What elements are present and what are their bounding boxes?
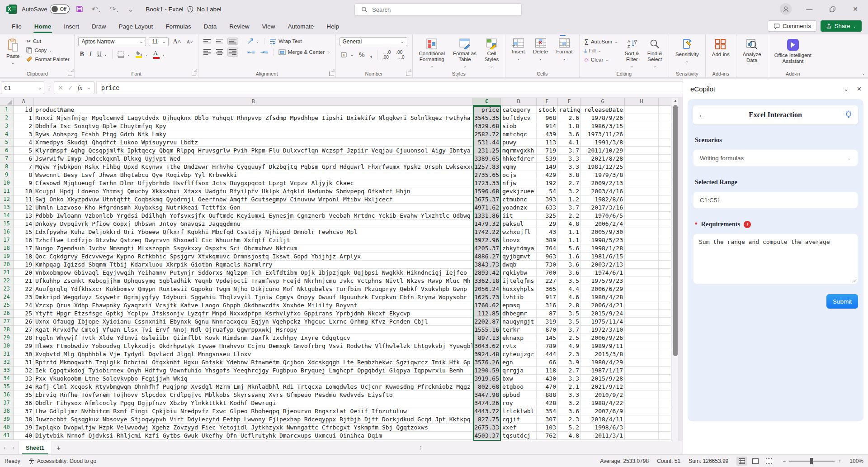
row-number[interactable]: 15	[0, 220, 14, 228]
cell-id[interactable]: 6	[14, 155, 34, 163]
cell-category[interactable]: iit	[501, 212, 537, 220]
cell-release-date[interactable]: 1972/3/10	[581, 326, 625, 334]
vertical-scroll-thumb[interactable]	[673, 105, 678, 356]
cell-rating[interactable]: 3.7	[558, 204, 581, 212]
wrap-text-button[interactable]: Wrap Text	[268, 38, 303, 45]
cell-product-name[interactable]: Dmkripd Wegqduyz Sxywetr Ogrmjygfyy Idyb…	[34, 293, 473, 301]
cell-stock[interactable]: 192	[537, 179, 558, 187]
cell-id[interactable]: 3	[14, 130, 34, 138]
cell-release-date[interactable]: 1980/4/28	[581, 293, 625, 301]
orientation-button[interactable]: ⌄	[246, 37, 261, 45]
cell-price[interactable]: 1331.86	[473, 212, 501, 220]
cell-price[interactable]: 3545.35	[473, 114, 501, 122]
cell-stock[interactable]: 325	[537, 212, 558, 220]
comments-button[interactable]: Comments	[768, 20, 817, 32]
row-number[interactable]: 25	[0, 301, 14, 310]
cell-empty-h[interactable]	[625, 236, 659, 244]
cell-empty-i[interactable]	[659, 253, 671, 261]
cell-empty-i[interactable]	[659, 310, 671, 318]
row-number[interactable]: 34	[0, 375, 14, 383]
resize-handle[interactable]	[852, 278, 856, 282]
cell-rating[interactable]: 3.5	[558, 318, 581, 326]
cell-category[interactable]: bxw	[501, 375, 537, 383]
cell-empty-h[interactable]	[625, 293, 659, 301]
confirm-entry-button[interactable]: ✓	[68, 84, 73, 91]
cell-empty-i[interactable]	[659, 114, 671, 122]
cell-empty-i[interactable]	[659, 407, 671, 415]
tab-formulas[interactable]: Formulas	[160, 20, 196, 33]
cell-category[interactable]: vqmy	[501, 163, 537, 171]
cell-release-date[interactable]: 1981/12/25	[581, 163, 625, 171]
row-number[interactable]: 37	[0, 399, 14, 407]
cell-category[interactable]: boftdycv	[501, 114, 537, 122]
cell-rating[interactable]: 2.3	[558, 350, 581, 358]
cell-category[interactable]: terkr	[501, 326, 537, 334]
row-number[interactable]: 20	[0, 261, 14, 269]
cell-id[interactable]: 14	[14, 220, 34, 228]
cell-empty-i[interactable]	[659, 228, 671, 236]
conditional-formatting-button[interactable]: Conditional Formatting⌄	[416, 37, 448, 70]
cell-price[interactable]: 531.44	[473, 138, 501, 147]
cell-empty-h[interactable]	[625, 415, 659, 424]
row-number[interactable]: 5	[0, 138, 14, 147]
cell-price[interactable]: 1760.62	[473, 301, 501, 310]
row-number[interactable]: 6	[0, 147, 14, 155]
cell-category[interactable]: ctmubnc	[501, 195, 537, 204]
cell-id[interactable]: 37	[14, 407, 34, 415]
cell-rating[interactable]: 1.6	[558, 253, 581, 261]
cell-price[interactable]: 4205.37	[473, 244, 501, 253]
sensitivity-button[interactable]: Sensitivity⌄	[673, 37, 702, 65]
increase-indent-button[interactable]: ⇥≡	[259, 48, 269, 56]
cell-empty-i[interactable]	[659, 269, 671, 277]
cell-id[interactable]: 34	[14, 383, 34, 391]
cell-stock[interactable]: 319	[537, 318, 558, 326]
cell-empty-h[interactable]	[625, 285, 659, 293]
cell-category[interactable]: gevkjzuee	[501, 187, 537, 195]
cell-stock[interactable]: 963	[537, 253, 558, 261]
cell-empty-i[interactable]	[659, 195, 671, 204]
cell-id[interactable]: 22	[14, 285, 34, 293]
cell-category[interactable]: qyjbgmvt	[501, 253, 537, 261]
cell-empty-i[interactable]	[659, 367, 671, 375]
comma-style-button[interactable]: ,	[369, 50, 373, 60]
addins-button[interactable]: Add-ins	[709, 37, 732, 59]
cell-id[interactable]: 17	[14, 244, 34, 253]
cell-id[interactable]: 5	[14, 147, 34, 155]
grow-font-button[interactable]: A˄	[171, 37, 182, 46]
cell-id[interactable]: 12	[14, 204, 34, 212]
cell-empty-h[interactable]	[625, 375, 659, 383]
cell-product-name[interactable]: Xvqbvtd Mlg Qhphhbla Vje Iydydl Dqvlwcd …	[34, 350, 473, 358]
cell-product-name[interactable]: Wswcnnt Besy Lsvf Jhwwx Bhgtabcu Qye Rog…	[34, 171, 473, 179]
row-number[interactable]: 31	[0, 350, 14, 358]
cell-product-name[interactable]: Uhmln Lazvoso Kho Hfgrdnsmh Xuybxksg Nut…	[34, 204, 473, 212]
cell-empty-i[interactable]	[659, 244, 671, 253]
cell-rating[interactable]: 4.8	[558, 220, 581, 228]
align-right-button[interactable]	[227, 48, 238, 57]
cell-empty-h[interactable]	[625, 228, 659, 236]
save-button[interactable]	[74, 5, 85, 13]
cell-id[interactable]: 35	[14, 391, 34, 399]
cell-category[interactable]: lvhtib	[501, 293, 537, 301]
tab-review[interactable]: Review	[224, 20, 255, 33]
cell-rating[interactable]: 3.3	[558, 391, 581, 399]
cell-rating[interactable]: 3.9	[558, 358, 581, 367]
cell-release-date[interactable]: 2018/4/11	[581, 415, 625, 424]
cell-empty-i[interactable]	[659, 424, 671, 432]
cell-rating[interactable]: 3.3	[558, 155, 581, 163]
cell-empty-i[interactable]	[659, 212, 671, 220]
cell-stock[interactable]: 917	[537, 293, 558, 301]
cell-price[interactable]: 802.68	[473, 383, 501, 391]
cell-id[interactable]: 15	[14, 228, 34, 236]
cell-empty-h[interactable]	[625, 383, 659, 391]
cell-product-name[interactable]: Kcujpl Hpdj Ldoeno Yhtmsj Qmucby Xkkxabx…	[34, 187, 473, 195]
office-intelligent-assistant-button[interactable]: Office Intelligent Assistant	[772, 37, 814, 66]
cell-rating[interactable]: 4.4	[558, 285, 581, 293]
cell-rating[interactable]: 2.2	[558, 212, 581, 220]
row-number[interactable]: 10	[0, 179, 14, 187]
cell-category[interactable]: roy	[501, 399, 537, 407]
number-format-combo[interactable]: General⌄	[340, 37, 407, 46]
cell-category[interactable]: nfjw	[501, 179, 537, 187]
cell-rating[interactable]: 3.3	[558, 375, 581, 383]
cell-rating[interactable]: 3.3	[558, 163, 581, 171]
cancel-entry-button[interactable]: ✕	[58, 84, 63, 91]
